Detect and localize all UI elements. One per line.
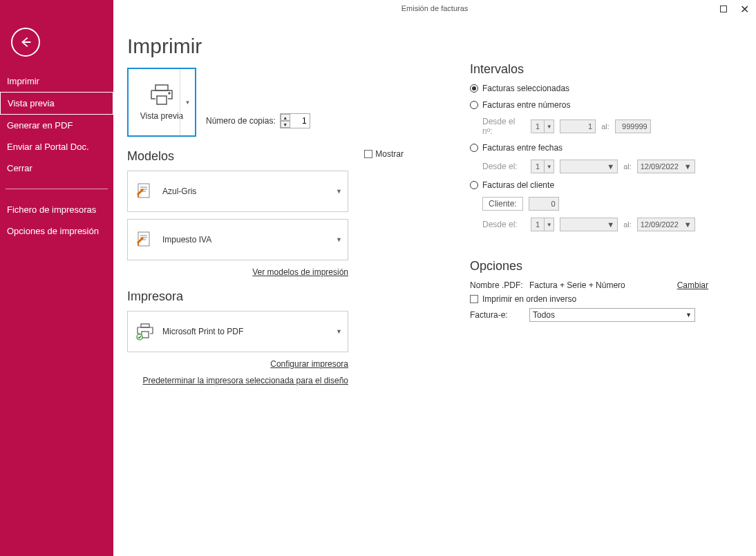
copies-wrap: Número de copias: ▲ ▼ (206, 113, 310, 128)
chevron-down-icon: ▼ (604, 162, 617, 171)
desde-el-label: Desde el: (482, 162, 525, 171)
nombre-pdf-label: Nombre .PDF: (470, 280, 525, 290)
radio-entre-numeros-label: Facturas entre números (482, 100, 570, 110)
cliente-fields: Cliente: (482, 197, 708, 211)
inverso-checkbox[interactable] (470, 295, 478, 303)
nav-opciones-impresion[interactable]: Opciones de impresión (0, 220, 113, 242)
nav-cerrar[interactable]: Cerrar (0, 157, 113, 179)
modelo-2-label: Impuesto IVA (162, 235, 211, 245)
cliente-input[interactable] (529, 197, 559, 211)
desde-el-label-2: Desde el: (482, 220, 525, 229)
num-serie-select[interactable]: 1▼ (531, 119, 554, 133)
entre-fechas-fields: Desde el: 1▼ ▼ al: 12/09/2022▼ (482, 160, 708, 173)
chevron-down-icon: ▼ (336, 328, 342, 335)
impresora-select[interactable]: Microsoft Print to PDF ▼ (127, 311, 348, 352)
vista-previa-dropdown[interactable]: ▼ (180, 69, 195, 135)
copies-down[interactable]: ▼ (281, 121, 290, 128)
close-button[interactable]: ✕ (738, 3, 750, 15)
cliente-fecha-to[interactable]: 12/09/2022▼ (637, 218, 695, 231)
nav-secondary: Fichero de impresoras Opciones de impres… (0, 199, 113, 242)
modelo-select-2[interactable]: Impuesto IVA ▼ (127, 219, 348, 260)
radio-del-cliente-label: Facturas del cliente (482, 180, 554, 190)
cliente-fecha-fields: Desde el: 1▼ ▼ al: 12/09/2022▼ (482, 218, 708, 231)
num-to-input[interactable] (615, 119, 651, 133)
intervalos-title: Intervalos (470, 62, 708, 77)
fecha-to-select[interactable]: 12/09/2022▼ (637, 160, 695, 173)
printer-icon (149, 84, 175, 107)
back-button[interactable] (11, 28, 40, 57)
cliente-fecha-from[interactable]: ▼ (560, 218, 618, 231)
copies-up[interactable]: ▲ (281, 114, 290, 121)
arrow-left-icon (18, 35, 33, 50)
modelo-select-1[interactable]: Azul-Gris ▼ (127, 171, 348, 212)
factura-e-value: Todos (533, 310, 555, 320)
svg-rect-0 (721, 6, 727, 12)
desde-n-label: Desde el nº: (482, 117, 525, 136)
svg-rect-5 (138, 232, 149, 246)
page-title: Imprimir (127, 35, 735, 58)
chevron-down-icon: ▼ (681, 220, 694, 229)
mostrar-checkbox-wrap[interactable]: Mostrar (364, 149, 404, 159)
chevron-down-icon: ▼ (681, 162, 694, 171)
radio-icon (470, 144, 478, 152)
radio-del-cliente[interactable]: Facturas del cliente (470, 180, 708, 190)
window-title: Emisión de facturas (113, 4, 756, 12)
al-label-2: al: (623, 162, 632, 171)
modelos-header: Modelos Mostrar (127, 137, 404, 171)
radio-entre-fechas-label: Facturas entre fechas (482, 143, 563, 153)
nombre-pdf-row: Nombre .PDF: Factura + Serie + Número Ca… (470, 280, 708, 290)
right-column: Intervalos Facturas seleccionadas Factur… (470, 62, 708, 326)
inverso-label: Imprimir en orden inverso (482, 294, 576, 304)
maximize-icon (720, 6, 727, 12)
chevron-down-icon: ▼ (544, 120, 554, 133)
nav-primary: Imprimir Vista previa Generar en PDF Env… (0, 70, 113, 179)
cliente-serie-select[interactable]: 1▼ (531, 218, 554, 231)
chevron-down-icon: ▼ (185, 99, 191, 106)
factura-e-row: Factura-e: Todos ▼ (470, 308, 708, 322)
nav-generar-pdf[interactable]: Generar en PDF (0, 115, 113, 136)
svg-rect-4 (138, 184, 149, 198)
chevron-down-icon: ▼ (544, 218, 554, 231)
chevron-down-icon: ▼ (336, 236, 342, 243)
impresora-label: Microsoft Print to PDF (162, 327, 243, 336)
chevron-down-icon: ▼ (336, 188, 342, 195)
mostrar-checkbox[interactable] (364, 150, 372, 158)
svg-rect-6 (141, 324, 149, 327)
chevron-down-icon: ▼ (544, 160, 554, 173)
num-from-input[interactable] (560, 119, 596, 133)
inverso-row[interactable]: Imprimir en orden inverso (470, 294, 708, 304)
copies-spinbox[interactable]: ▲ ▼ (280, 113, 310, 128)
ver-modelos-link[interactable]: Ver modelos de impresión (252, 267, 348, 277)
fecha-from-select[interactable]: ▼ (560, 160, 618, 173)
template-icon (135, 181, 155, 202)
factura-e-select[interactable]: Todos ▼ (529, 308, 695, 322)
al-label: al: (601, 122, 609, 131)
radio-seleccionadas-label: Facturas seleccionadas (482, 84, 569, 93)
modelo-1-label: Azul-Gris (162, 186, 196, 196)
copies-input[interactable] (290, 114, 310, 128)
radio-icon (470, 84, 478, 93)
nav-enviar-portal[interactable]: Enviar al Portal Doc. (0, 136, 113, 157)
window-controls: ✕ (717, 3, 750, 15)
nav-vista-previa[interactable]: Vista previa (0, 92, 113, 115)
configurar-impresora-link[interactable]: Configurar impresora (270, 359, 348, 369)
svg-rect-2 (157, 96, 167, 104)
cliente-label-box: Cliente: (482, 197, 523, 211)
nombre-pdf-value: Factura + Serie + Número (529, 280, 673, 290)
nav-fichero-impresoras[interactable]: Fichero de impresoras (0, 199, 113, 220)
radio-seleccionadas[interactable]: Facturas seleccionadas (470, 84, 708, 93)
maximize-button[interactable] (717, 3, 730, 15)
radio-entre-numeros[interactable]: Facturas entre números (470, 100, 708, 110)
entre-numeros-fields: Desde el nº: 1▼ al: (482, 117, 708, 136)
nav-imprimir[interactable]: Imprimir (0, 70, 113, 92)
vista-previa-button[interactable]: Vista previa ▼ (127, 68, 196, 137)
chevron-down-icon: ▼ (604, 220, 617, 229)
predeterminar-impresora-link[interactable]: Predeterminar la impresora seleccionada … (143, 376, 349, 385)
fecha-serie-select[interactable]: 1▼ (531, 160, 554, 173)
modelos-title: Modelos (127, 149, 174, 164)
chevron-down-icon: ▼ (686, 311, 692, 318)
opciones-section: Opciones Nombre .PDF: Factura + Serie + … (470, 259, 708, 322)
radio-icon (470, 181, 478, 189)
radio-entre-fechas[interactable]: Facturas entre fechas (470, 143, 708, 153)
cambiar-link[interactable]: Cambiar (677, 280, 708, 290)
